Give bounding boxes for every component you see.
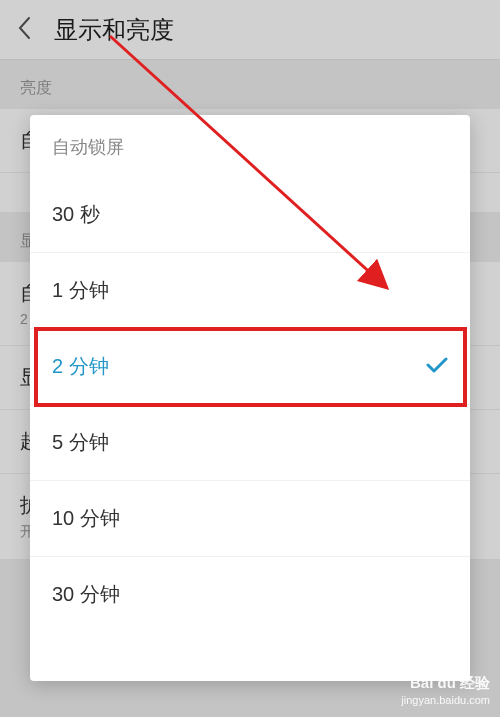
watermark-brand: Bai du 经验 xyxy=(401,673,490,693)
dialog-title: 自动锁屏 xyxy=(30,123,470,177)
option-label: 2 分钟 xyxy=(52,353,109,380)
option-label: 30 分钟 xyxy=(52,581,120,608)
option-label: 10 分钟 xyxy=(52,505,120,532)
check-icon xyxy=(426,355,448,378)
option-5min[interactable]: 5 分钟 xyxy=(30,405,470,481)
option-10min[interactable]: 10 分钟 xyxy=(30,481,470,557)
option-30sec[interactable]: 30 秒 xyxy=(30,177,470,253)
option-label: 30 秒 xyxy=(52,201,100,228)
auto-lock-dialog: 自动锁屏 30 秒 1 分钟 2 分钟 5 分钟 10 分钟 30 分钟 xyxy=(30,115,470,681)
watermark: Bai du 经验 jingyan.baidu.com xyxy=(401,673,490,707)
option-label: 5 分钟 xyxy=(52,429,109,456)
option-30min[interactable]: 30 分钟 xyxy=(30,557,470,632)
option-label: 1 分钟 xyxy=(52,277,109,304)
watermark-url: jingyan.baidu.com xyxy=(401,693,490,707)
option-2min[interactable]: 2 分钟 xyxy=(30,329,470,405)
option-1min[interactable]: 1 分钟 xyxy=(30,253,470,329)
